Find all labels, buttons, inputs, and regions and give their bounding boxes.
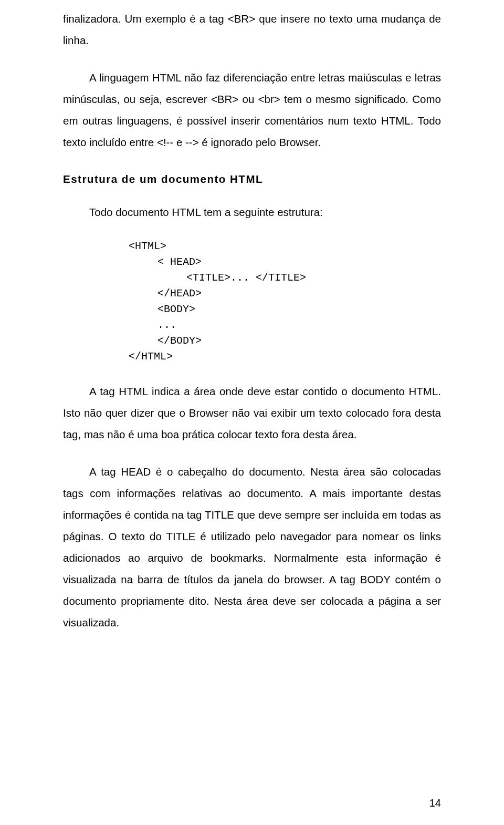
paragraph-4: A tag HTML indica a área onde deve estar… [63,380,441,445]
code-block: <HTML> < HEAD> <TITLE>... </TITLE> </HEA… [129,239,441,365]
section-heading: Estrutura de um documento HTML [63,173,441,185]
paragraph-3: Todo documento HTML tem a seguinte estru… [63,201,441,223]
code-line: </HEAD> [129,286,202,302]
code-line: ... [129,317,176,333]
code-line: <BODY> [129,302,195,317]
code-line: </BODY> [129,333,202,349]
paragraph-1: finalizadora. Um exemplo é a tag <BR> qu… [63,8,441,51]
code-line: </HTML> [129,350,173,363]
page-number: 14 [429,797,441,809]
code-line: <HTML> [129,240,166,252]
code-line: < HEAD> [129,254,202,270]
document-page: finalizadora. Um exemplo é a tag <BR> qu… [0,0,504,825]
paragraph-2: A linguagem HTML não faz diferenciação e… [63,67,441,153]
paragraph-5: A tag HEAD é o cabeçalho do documento. N… [63,461,441,633]
code-line: <TITLE>... </TITLE> [129,270,306,286]
